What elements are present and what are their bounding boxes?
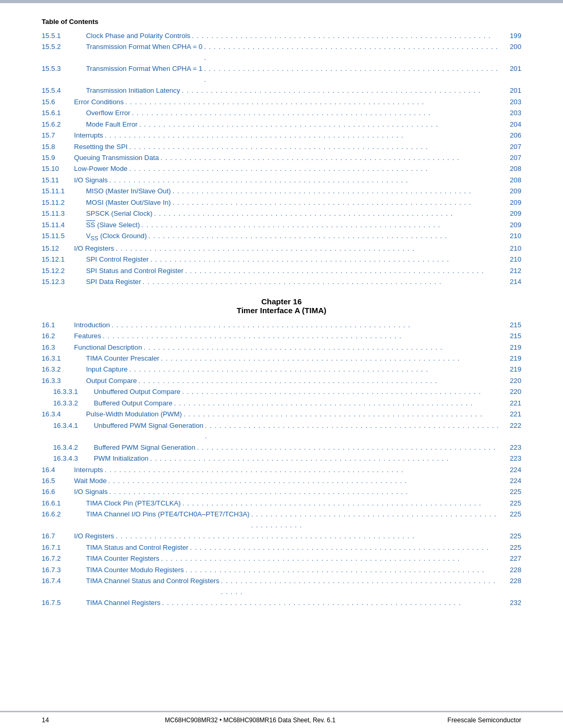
toc-entry[interactable]: 15.5.4Transmission Initiation Latency . … <box>42 85 521 96</box>
toc-entry-number: 16.6.2 <box>42 509 86 520</box>
toc-entry[interactable]: 15.12.3SPI Data Register . . . . . . . .… <box>42 277 521 287</box>
toc-entry[interactable]: 15.9Queuing Transmission Data . . . . . … <box>42 153 521 163</box>
toc-entry[interactable]: 16.3.3.1Unbuffered Output Compare . . . … <box>42 387 521 397</box>
content: Table of Contents 15.5.1Clock Phase and … <box>0 3 563 711</box>
toc-entry-number: 16.1 <box>42 320 74 330</box>
toc-entry[interactable]: 15.7Interrupts . . . . . . . . . . . . .… <box>42 130 521 141</box>
toc-entry[interactable]: 16.5Wait Mode . . . . . . . . . . . . . … <box>42 476 521 486</box>
toc-entry-title: TIMA Clock Pin (PTE3/TCLKA) <box>86 498 181 509</box>
toc-entry[interactable]: 15.6.1Overflow Error . . . . . . . . . .… <box>42 108 521 118</box>
toc-entry-number: 16.3.3 <box>42 376 86 386</box>
toc-entry-title: Interrupts <box>74 130 103 141</box>
toc-entry-page: 225 <box>501 487 521 497</box>
toc-entry[interactable]: 16.7.2TIMA Counter Registers . . . . . .… <box>42 553 521 564</box>
toc-entry[interactable]: 15.6Error Conditions . . . . . . . . . .… <box>42 97 521 107</box>
toc-entry-title: Transmission Format When CPHA = 0 <box>86 42 202 52</box>
toc-dots: . . . . . . . . . . . . . . . . . . . . … <box>114 531 501 541</box>
toc-entry-title: Clock Phase and Polarity Controls <box>86 31 190 41</box>
toc-dots: . . . . . . . . . . . . . . . . . . . . … <box>141 277 501 287</box>
toc-entry[interactable]: 16.7.1TIMA Status and Control Register .… <box>42 542 521 553</box>
toc-dots: . . . . . . . . . . . . . . . . . . . . … <box>153 208 501 219</box>
toc-dots: . . . . . . . . . . . . . . . . . . . . … <box>128 164 501 174</box>
toc-entry[interactable]: 15.12I/O Registers . . . . . . . . . . .… <box>42 243 521 254</box>
toc-dots: . . . . . . . . . . . . . . . . . . . . … <box>160 353 501 364</box>
toc-entry[interactable]: 15.11.4SS (Slave Select) . . . . . . . .… <box>42 220 521 230</box>
toc-entry-title: Resetting the SPI <box>74 142 128 152</box>
toc-entry[interactable]: 16.3Functional Description . . . . . . .… <box>42 342 521 353</box>
toc-entry-title: Transmission Format When CPHA = 1 <box>86 64 202 74</box>
toc-dots: . . . . . . . . . . . . . . . . . . . . … <box>140 220 501 230</box>
toc-entry-number: 16.2 <box>42 331 74 341</box>
toc-entry-title: Features <box>74 331 101 341</box>
toc-entry[interactable]: 16.2Features . . . . . . . . . . . . . .… <box>42 331 521 341</box>
toc-dots: . . . . . . . . . . . . . . . . . . . . … <box>142 342 501 353</box>
toc-entry[interactable]: 15.8Resetting the SPI . . . . . . . . . … <box>42 142 521 152</box>
toc-entry-page: 209 <box>501 220 521 230</box>
toc-entry-number: 16.3 <box>42 342 74 353</box>
toc-entry[interactable]: 15.11I/O Signals . . . . . . . . . . . .… <box>42 175 521 186</box>
toc-dots: . . . . . . . . . . . . . . . . . . . . … <box>103 130 501 141</box>
toc-entry[interactable]: 16.3.3.2Buffered Output Compare . . . . … <box>42 398 521 409</box>
toc-entry-number: 15.12.2 <box>42 266 86 276</box>
toc-entry[interactable]: 15.5.2Transmission Format When CPHA = 0 … <box>42 42 521 63</box>
toc-entry-page: 224 <box>501 465 521 475</box>
toc-entry[interactable]: 15.5.3Transmission Format When CPHA = 1 … <box>42 64 521 85</box>
toc-entry[interactable]: 16.6.2TIMA Channel I/O Pins (PTE4/TCH0A–… <box>42 509 521 530</box>
toc-dots: . . . . . . . . . . . . . . . . . . . . … <box>250 509 501 530</box>
toc-entry-page: 225 <box>501 542 521 553</box>
toc-dots: . . . . . . . . . . . . . . . . . . . . … <box>114 243 501 254</box>
toc-entry[interactable]: 16.7I/O Registers . . . . . . . . . . . … <box>42 531 521 541</box>
toc-entry-page: 225 <box>501 531 521 541</box>
toc-entry[interactable]: 15.11.1MISO (Master In/Slave Out) . . . … <box>42 186 521 196</box>
toc-entry-number: 15.11.5 <box>42 231 86 241</box>
toc-entry-number: 16.6 <box>42 487 74 497</box>
toc-entry[interactable]: 16.3.4.2Buffered PWM Signal Generation .… <box>42 442 521 453</box>
toc-entry[interactable]: 16.6.1TIMA Clock Pin (PTE3/TCLKA) . . . … <box>42 498 521 509</box>
toc-entry[interactable]: 16.7.3TIMA Counter Modulo Registers . . … <box>42 565 521 575</box>
toc-entry[interactable]: 16.7.4TIMA Channel Status and Control Re… <box>42 576 521 597</box>
toc-entry-title: Input Capture <box>86 364 128 375</box>
toc-entry[interactable]: 16.3.3Output Compare . . . . . . . . . .… <box>42 376 521 386</box>
toc-entry-number: 15.5.1 <box>42 31 86 41</box>
toc-section-16: 16.1Introduction . . . . . . . . . . . .… <box>42 320 521 609</box>
chapter-16-block: Chapter 16 Timer Interface A (TIMA) <box>42 297 521 315</box>
toc-entry[interactable]: 16.1Introduction . . . . . . . . . . . .… <box>42 320 521 330</box>
toc-entry[interactable]: 15.12.2SPI Status and Control Register .… <box>42 266 521 276</box>
toc-entry-number: 15.8 <box>42 142 74 152</box>
toc-entry-title: I/O Registers <box>74 243 114 254</box>
toc-entry-title: Pulse-Width Modulation (PWM) <box>86 409 182 419</box>
toc-entry[interactable]: 15.11.3SPSCK (Serial Clock) . . . . . . … <box>42 208 521 219</box>
toc-entry-title: Output Compare <box>86 376 137 386</box>
toc-entry[interactable]: 15.11.5VSS (Clock Ground) . . . . . . . … <box>42 231 521 243</box>
toc-entry-title: Low-Power Mode <box>74 164 128 174</box>
toc-entry[interactable]: 15.11.2MOSI (Master Out/Slave In) . . . … <box>42 198 521 208</box>
toc-entry[interactable]: 16.6I/O Signals . . . . . . . . . . . . … <box>42 487 521 497</box>
toc-entry-page: 222 <box>501 421 521 431</box>
toc-entry-title: SS (Slave Select) <box>86 220 140 230</box>
toc-dots: . . . . . . . . . . . . . . . . . . . . … <box>202 64 501 85</box>
toc-dots: . . . . . . . . . . . . . . . . . . . . … <box>190 31 501 41</box>
toc-dots: . . . . . . . . . . . . . . . . . . . . … <box>149 453 501 464</box>
toc-entry[interactable]: 16.7.5TIMA Channel Registers . . . . . .… <box>42 598 521 608</box>
toc-entry-number: 16.3.3.2 <box>42 398 94 409</box>
toc-entry[interactable]: 15.5.1Clock Phase and Polarity Controls … <box>42 31 521 41</box>
toc-entry-title: Interrupts <box>74 465 103 475</box>
toc-entry[interactable]: 16.3.1TIMA Counter Prescaler . . . . . .… <box>42 353 521 364</box>
toc-entry-title: MOSI (Master Out/Slave In) <box>86 198 171 208</box>
toc-entry[interactable]: 16.3.4Pulse-Width Modulation (PWM) . . .… <box>42 409 521 419</box>
toc-entry[interactable]: 16.3.4.3PWM Initialization . . . . . . .… <box>42 453 521 464</box>
toc-entry-title: TIMA Counter Modulo Registers <box>86 565 184 575</box>
toc-entry[interactable]: 16.4Interrupts . . . . . . . . . . . . .… <box>42 465 521 475</box>
toc-entry[interactable]: 15.6.2Mode Fault Error . . . . . . . . .… <box>42 119 521 130</box>
toc-dots: . . . . . . . . . . . . . . . . . . . . … <box>171 198 501 208</box>
toc-entry[interactable]: 15.10Low-Power Mode . . . . . . . . . . … <box>42 164 521 174</box>
toc-entry-page: 219 <box>501 364 521 375</box>
toc-entry-page: 221 <box>501 409 521 419</box>
toc-entry-page: 209 <box>501 208 521 219</box>
toc-entry[interactable]: 15.12.1SPI Control Register . . . . . . … <box>42 254 521 265</box>
toc-entry[interactable]: 16.3.4.1Unbuffered PWM Signal Generation… <box>42 421 521 442</box>
toc-entry[interactable]: 16.3.2Input Capture . . . . . . . . . . … <box>42 364 521 375</box>
toc-entry-title: SPSCK (Serial Clock) <box>86 208 153 219</box>
toc-entry-title: Mode Fault Error <box>86 119 138 130</box>
toc-entry-page: 225 <box>501 498 521 509</box>
